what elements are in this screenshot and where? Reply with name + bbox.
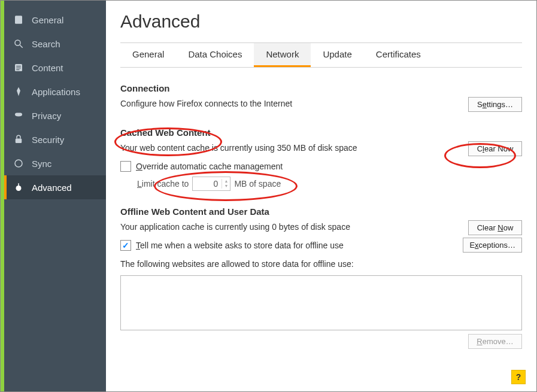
clear-now-cache-button[interactable]: Clear Now <box>468 141 522 156</box>
lbl-u: T <box>136 241 140 250</box>
sidebar-item-label: General <box>32 15 63 25</box>
lbl-u: L <box>137 179 142 189</box>
sidebar-item-applications[interactable]: Applications <box>4 80 106 104</box>
btn-pre: C <box>477 144 483 153</box>
btn-u: N <box>497 223 503 232</box>
remove-button: Remove… <box>468 334 522 349</box>
svg-line-2 <box>20 45 23 48</box>
svg-rect-7 <box>16 139 22 144</box>
btn-post: ceptions… <box>479 241 515 250</box>
spinner-icon[interactable]: ▲▼ <box>222 179 230 189</box>
help-button[interactable]: ? <box>511 370 526 384</box>
offline-sites-list[interactable] <box>120 275 522 330</box>
btn-label-post: ttings… <box>487 100 513 109</box>
svg-rect-6 <box>16 69 19 70</box>
sidebar-item-privacy[interactable]: Privacy <box>4 104 106 127</box>
sidebar: General Search Content Applications Priv… <box>4 1 106 391</box>
offline-heading: Offline Web Content and User Data <box>120 206 522 217</box>
page-title: Advanced <box>120 11 522 32</box>
limit-cache-row: Limit cache to 0 ▲▼ MB of space <box>137 177 522 191</box>
limit-cache-input[interactable]: 0 ▲▼ <box>192 177 230 191</box>
lbl-post: imit cache to <box>142 179 189 189</box>
sidebar-item-label: Privacy <box>32 111 61 121</box>
tab-label: Network <box>266 49 299 59</box>
sidebar-item-security[interactable]: Security <box>4 127 106 151</box>
sidebar-item-label: Content <box>32 63 63 73</box>
tab-label: Update <box>323 49 351 59</box>
sidebar-item-label: Advanced <box>32 183 72 193</box>
btn-pre: Clear <box>477 223 498 232</box>
offline-section: Offline Web Content and User Data Your a… <box>120 206 522 349</box>
override-cache-checkbox[interactable] <box>120 161 131 172</box>
tab-certificates[interactable]: Certificates <box>364 43 433 67</box>
tab-general[interactable]: General <box>120 43 176 67</box>
svg-rect-0 <box>15 16 22 24</box>
btn-label-pre: S <box>477 100 483 109</box>
preferences-window: General Search Content Applications Priv… <box>0 0 537 392</box>
svg-rect-4 <box>16 66 21 66</box>
lbl-post: verride automatic cache management <box>142 162 283 171</box>
tell-me-label[interactable]: Tell me when a website asks to store dat… <box>136 241 344 250</box>
tab-network[interactable]: Network <box>254 43 311 67</box>
limit-suffix: MB of space <box>234 179 281 189</box>
search-icon <box>13 38 25 50</box>
svg-point-8 <box>16 186 22 191</box>
btn-post: emove… <box>483 337 514 346</box>
cached-desc: Your web content cache is currently usin… <box>120 141 357 154</box>
cached-heading: Cached Web Content <box>120 127 522 138</box>
sidebar-item-label: Applications <box>32 87 80 97</box>
limit-value: 0 <box>193 179 222 189</box>
offline-desc: Your application cache is currently usin… <box>120 220 350 233</box>
sidebar-item-general[interactable]: General <box>4 8 106 32</box>
clear-now-offline-button[interactable]: Clear Now <box>468 220 522 235</box>
limit-label: Limit cache to <box>137 179 189 189</box>
btn-post: ear Now <box>484 144 513 153</box>
exceptions-button[interactable]: Exceptions… <box>463 238 522 253</box>
following-desc: The following websites are allowed to st… <box>120 257 522 271</box>
lbl-u: O <box>136 162 142 171</box>
svg-point-1 <box>15 40 20 45</box>
override-cache-row: Override automatic cache management <box>120 161 522 172</box>
sync-icon <box>13 157 25 169</box>
override-cache-label[interactable]: Override automatic cache management <box>136 162 283 171</box>
connection-section: Connection Configure how Firefox connect… <box>120 83 522 112</box>
tab-update[interactable]: Update <box>311 43 363 67</box>
connection-desc: Configure how Firefox connects to the In… <box>120 97 292 110</box>
svg-rect-9 <box>18 183 19 186</box>
tab-label: Certificates <box>376 49 421 59</box>
main-panel: Advanced General Data Choices Network Up… <box>106 1 536 391</box>
security-icon <box>13 133 25 145</box>
svg-rect-5 <box>16 68 21 68</box>
tab-label: General <box>132 49 164 59</box>
tell-me-checkbox[interactable] <box>120 240 131 251</box>
cached-section: Cached Web Content Your web content cach… <box>120 127 522 191</box>
sidebar-item-sync[interactable]: Sync <box>4 151 106 175</box>
btn-pre: E <box>469 241 475 250</box>
tab-label: Data Choices <box>188 49 242 59</box>
settings-button[interactable]: Settings… <box>468 97 522 112</box>
sidebar-item-search[interactable]: Search <box>4 32 106 56</box>
btn-u: R <box>477 337 482 346</box>
sidebar-item-label: Sync <box>32 159 51 169</box>
content-icon <box>13 62 25 74</box>
sidebar-item-label: Security <box>32 135 64 145</box>
sidebar-item-label: Search <box>32 39 60 49</box>
general-icon <box>13 14 25 26</box>
tab-data-choices[interactable]: Data Choices <box>176 43 254 67</box>
tabstrip: General Data Choices Network Update Cert… <box>120 42 522 68</box>
lbl-post: ell me when a website asks to store data… <box>140 241 344 250</box>
privacy-icon <box>13 110 25 121</box>
advanced-icon <box>13 181 25 193</box>
btn-label-u: e <box>483 100 487 109</box>
sidebar-item-content[interactable]: Content <box>4 56 106 80</box>
applications-icon <box>13 86 25 98</box>
btn-post: ow <box>503 223 514 232</box>
connection-heading: Connection <box>120 83 522 93</box>
sidebar-item-advanced[interactable]: Advanced <box>4 175 106 199</box>
help-label: ? <box>516 372 521 382</box>
